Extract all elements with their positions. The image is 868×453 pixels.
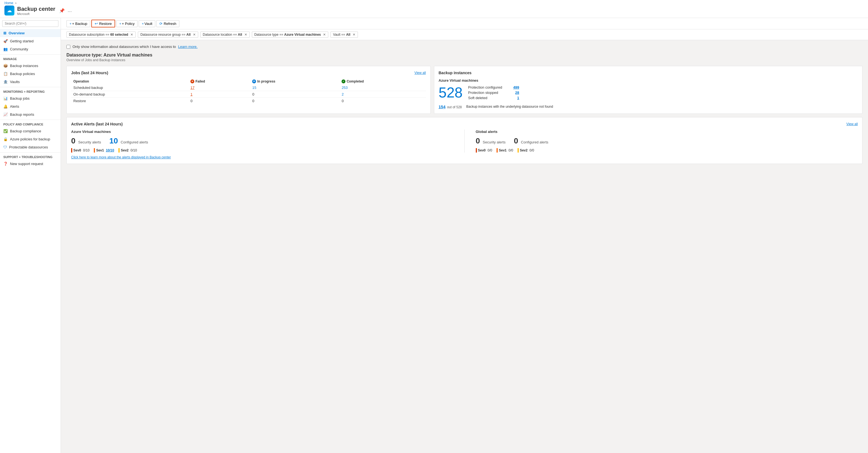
table-row: Scheduled backup 17 15 253: [71, 85, 426, 91]
global-sev2: Sev2 0/0: [518, 148, 534, 153]
scheduled-inprogress-link[interactable]: 15: [252, 86, 256, 90]
backup-button[interactable]: + + Backup: [66, 20, 90, 27]
access-checkbox[interactable]: [66, 45, 70, 49]
azure-security-alerts: 0 Security alerts: [71, 137, 101, 145]
sev0-dot-global: [476, 148, 477, 153]
alerts-view-all-link[interactable]: View all: [846, 122, 858, 126]
bi-protection-stopped-label: Protection stopped: [468, 91, 498, 95]
global-security-alerts: 0 Security alerts: [476, 137, 506, 145]
sidebar-item-vaults[interactable]: 🏦 Vaults: [0, 78, 61, 86]
op-scheduled: Scheduled backup: [71, 85, 188, 91]
filter-close-location[interactable]: ✕: [244, 33, 247, 36]
sev2-value-azure: 0/10: [130, 148, 137, 152]
bi-footer-desc: Backup instances with the underlying dat…: [466, 104, 553, 109]
backup-jobs-icon: 📊: [3, 96, 8, 100]
filter-bar: Datasource subscription == 60 selected ✕…: [61, 29, 868, 40]
scheduled-failed-link[interactable]: 17: [190, 86, 194, 90]
ondemand-failed-link[interactable]: 1: [190, 92, 192, 96]
inprogress-icon: ⟳: [252, 80, 256, 83]
restore-icon: ↩: [95, 21, 98, 26]
filter-close-rg[interactable]: ✕: [193, 33, 196, 36]
datasource-subtitle: Overview of Jobs and Backup instances: [66, 58, 863, 62]
filter-close-subscription[interactable]: ✕: [130, 33, 133, 36]
global-section-title: Global alerts: [476, 129, 858, 134]
sidebar-item-overview[interactable]: ⊞ Overview: [0, 29, 61, 37]
col-inprogress: ⟳ In progress: [250, 78, 339, 85]
sev1-value-azure[interactable]: 10/10: [106, 148, 114, 152]
sev1-dot-global: [497, 148, 498, 153]
getting-started-icon: 🚀: [3, 39, 8, 43]
backup-reports-icon: 📈: [3, 113, 8, 117]
protectable-icon: 🛡: [3, 145, 7, 149]
search-input[interactable]: [2, 20, 58, 27]
refresh-button[interactable]: ⟳ Refresh: [156, 20, 179, 27]
alerts-card: Active Alerts (last 24 Hours) View all A…: [66, 117, 863, 164]
table-row: Restore 0 0 0: [71, 98, 426, 104]
vault-button[interactable]: + Vault: [139, 20, 155, 27]
app-subtitle: Microsoft: [17, 12, 55, 16]
sev0-value-global: 0/0: [488, 148, 492, 152]
filter-datasource-type[interactable]: Datasource type == Azure Virtual machine…: [252, 32, 329, 38]
sidebar-item-protectable-datasources[interactable]: 🛡 Protectable datasources: [0, 143, 61, 151]
backup-instances-card: Backup instances Azure Virtual machines …: [434, 66, 863, 114]
restore-button[interactable]: ↩ Restore: [91, 20, 115, 27]
azure-sev1: Sev1 10/10: [94, 148, 114, 153]
support-section-label: Support + troubleshooting: [0, 152, 61, 160]
failed-icon: ✕: [190, 80, 194, 83]
filter-close-type[interactable]: ✕: [323, 33, 326, 36]
more-button[interactable]: …: [67, 8, 72, 13]
sidebar-item-backup-reports[interactable]: 📈 Backup reports: [0, 111, 61, 119]
sev1-value-global: 0/0: [508, 148, 513, 152]
sidebar-item-backup-instances[interactable]: 📦 Backup instances: [0, 62, 61, 70]
global-alerts-section: Global alerts 0 Security alerts 0 Config…: [476, 129, 858, 153]
bi-footer-num[interactable]: 154: [439, 104, 445, 109]
col-operation: Operation: [71, 78, 188, 85]
pin-button[interactable]: 📌: [59, 8, 65, 13]
sidebar-item-getting-started[interactable]: 🚀 Getting started: [0, 37, 61, 45]
completed-icon: ✓: [342, 80, 345, 83]
breadcrumb-home[interactable]: Home: [4, 1, 13, 5]
vaults-icon: 🏦: [3, 80, 8, 84]
breadcrumb-separator: ›: [15, 1, 16, 5]
bi-subtitle: Azure Virtual machines: [439, 78, 858, 83]
access-checkbox-label: Only show information about datasources …: [72, 44, 176, 49]
azure-sev-row: Sev0 0/10 Sev1 10/10 Sev2: [71, 148, 454, 153]
alerts-footer-link[interactable]: Click here to learn more about the alert…: [71, 155, 858, 159]
sidebar-item-azure-policies[interactable]: 🔒 Azure policies for backup: [0, 135, 61, 143]
policy-section-label: Policy and compliance: [0, 120, 61, 127]
filter-datasource-resource-group[interactable]: Datasource resource group == All ✕: [138, 32, 198, 38]
global-sev0: Sev0 0/0: [476, 148, 492, 153]
access-checkbox-row: Only show information about datasources …: [66, 44, 863, 49]
policy-button[interactable]: + + Policy: [116, 20, 137, 27]
sidebar-item-alerts[interactable]: 🔔 Alerts: [0, 102, 61, 111]
community-icon: 👥: [3, 47, 8, 51]
sidebar-item-new-support[interactable]: ❓ New support request: [0, 160, 61, 168]
ondemand-inprogress: 0: [250, 91, 339, 98]
refresh-icon: ⟳: [159, 22, 162, 26]
sidebar-item-backup-policies[interactable]: 📋 Backup policies: [0, 70, 61, 78]
global-sev-row: Sev0 0/0 Sev1 0/0 Sev2 0/0: [476, 148, 858, 153]
filter-datasource-location[interactable]: Datasource location == All ✕: [200, 32, 250, 38]
sidebar-item-backup-compliance[interactable]: ✅ Backup compliance: [0, 127, 61, 135]
filter-datasource-subscription[interactable]: Datasource subscription == 60 selected ✕: [66, 32, 135, 38]
jobs-card-title: Jobs (last 24 Hours): [71, 70, 108, 75]
sidebar-item-community[interactable]: 👥 Community: [0, 45, 61, 53]
bi-soft-deleted-value[interactable]: 1: [517, 96, 519, 100]
jobs-view-all-link[interactable]: View all: [414, 71, 426, 75]
bi-total-number[interactable]: 528: [439, 85, 463, 100]
bi-protection-stopped-value[interactable]: 28: [515, 91, 519, 95]
filter-close-vault[interactable]: ✕: [352, 33, 355, 36]
azure-section-title: Azure Virtual machines: [71, 129, 454, 134]
sidebar-item-backup-jobs[interactable]: 📊 Backup jobs: [0, 94, 61, 102]
table-row: On-demand backup 1 0 2: [71, 91, 426, 98]
filter-vault[interactable]: Vault == All ✕: [331, 32, 358, 38]
col-failed: ✕ Failed: [188, 78, 250, 85]
bi-protection-configured-value[interactable]: 499: [513, 85, 519, 89]
ondemand-completed-link[interactable]: 2: [342, 92, 343, 96]
global-configured-alerts: 0 Configured alerts: [514, 137, 548, 145]
plus-icon: +: [69, 22, 72, 26]
azure-configured-alerts: 10 Configured alerts: [109, 137, 148, 145]
scheduled-completed-link[interactable]: 253: [342, 86, 348, 90]
learn-more-link[interactable]: Learn more.: [178, 44, 197, 49]
overview-icon: ⊞: [3, 31, 6, 35]
